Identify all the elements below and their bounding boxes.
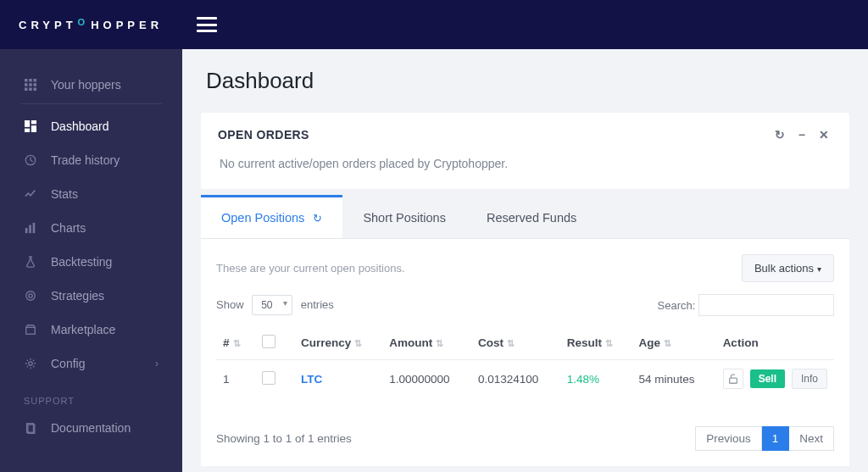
bulk-actions-button[interactable]: Bulk actions▾ xyxy=(742,254,834,282)
row-num: 1 xyxy=(216,360,255,398)
tab-short-positions[interactable]: Short Positions xyxy=(342,197,466,238)
sidebar-item-strategies[interactable]: Strategies xyxy=(0,279,182,313)
tab-open-positions[interactable]: Open Positions ↻ xyxy=(201,195,342,238)
col-age[interactable]: Age xyxy=(638,336,660,349)
bars-icon xyxy=(24,221,37,235)
gear-icon xyxy=(24,357,37,370)
sidebar-section-support: SUPPORT xyxy=(0,380,182,411)
hamburger-icon[interactable] xyxy=(197,17,217,32)
svg-point-18 xyxy=(29,294,32,297)
search-control: Search: xyxy=(658,294,834,316)
entries-select[interactable]: 50 xyxy=(252,295,292,315)
logo[interactable]: CRYPTOHOPPER xyxy=(19,19,163,31)
flask-icon xyxy=(24,255,37,269)
info-button[interactable]: Info xyxy=(792,369,827,389)
chevron-right-icon: › xyxy=(155,358,159,369)
sort-icon: ⇅ xyxy=(354,338,359,348)
sell-button[interactable]: Sell xyxy=(750,369,785,388)
sort-icon: ⇅ xyxy=(436,338,441,348)
sidebar-item-documentation[interactable]: Documentation xyxy=(0,411,182,445)
dashboard-icon xyxy=(24,119,37,133)
show-label-post: entries xyxy=(301,298,334,311)
main: Dashboard OPEN ORDERS ↻ − ✕ No current a… xyxy=(182,49,868,472)
row-result: 1.48% xyxy=(567,373,599,386)
topbar: CRYPTOHOPPER xyxy=(0,0,868,49)
tab-label: Open Positions xyxy=(221,211,304,225)
svg-rect-23 xyxy=(729,378,737,383)
sidebar-item-label: Charts xyxy=(51,221,86,235)
svg-rect-3 xyxy=(25,83,28,86)
open-orders-empty: No current active/open orders placed by … xyxy=(220,157,508,170)
table-summary: Showing 1 to 1 of 1 entries xyxy=(216,432,352,445)
open-orders-panel: OPEN ORDERS ↻ − ✕ No current active/open… xyxy=(201,113,849,189)
refresh-icon[interactable]: ↻ xyxy=(771,128,788,142)
svg-rect-16 xyxy=(33,223,36,233)
tab-reserved-funds[interactable]: Reserved Funds xyxy=(466,197,597,238)
close-icon[interactable]: ✕ xyxy=(815,128,832,142)
svg-rect-15 xyxy=(29,225,31,234)
open-orders-title: OPEN ORDERS xyxy=(218,128,309,142)
svg-rect-14 xyxy=(25,228,28,233)
sidebar-item-trade-history[interactable]: Trade history xyxy=(0,143,182,177)
col-action: Action xyxy=(723,336,759,349)
page-number-button[interactable]: 1 xyxy=(762,426,790,451)
svg-rect-11 xyxy=(25,129,30,132)
unlock-button[interactable] xyxy=(723,369,743,389)
col-result[interactable]: Result xyxy=(567,336,602,349)
sidebar: Your hoppers Dashboard Trade history Sta… xyxy=(0,49,182,472)
row-currency[interactable]: LTC xyxy=(301,373,322,386)
positions-subtitle: These are your current open positions. xyxy=(216,262,405,275)
sidebar-item-label: Marketplace xyxy=(51,323,115,336)
sidebar-item-label: Config xyxy=(51,357,85,370)
sidebar-item-charts[interactable]: Charts xyxy=(0,211,182,245)
entries-control: Show 50 entries xyxy=(216,295,334,315)
col-cost[interactable]: Cost xyxy=(478,336,504,349)
row-checkbox[interactable] xyxy=(262,371,275,385)
logo-pre: CRYPT xyxy=(19,19,77,31)
sidebar-item-label: Your hoppers xyxy=(51,78,121,92)
svg-rect-4 xyxy=(29,83,32,86)
svg-point-20 xyxy=(29,362,32,365)
col-amount[interactable]: Amount xyxy=(389,336,432,349)
store-icon xyxy=(24,323,37,336)
minimize-icon[interactable]: − xyxy=(793,128,810,142)
search-input[interactable] xyxy=(698,294,834,316)
svg-point-17 xyxy=(26,292,36,301)
svg-rect-0 xyxy=(25,79,28,82)
sidebar-item-your-hoppers[interactable]: Your hoppers xyxy=(0,68,182,102)
svg-rect-1 xyxy=(29,79,32,82)
positions-table: #⇅ Currency⇅ Amount⇅ Cost⇅ Result⇅ Age⇅ … xyxy=(216,326,834,397)
pagination: Previous 1 Next xyxy=(695,426,834,451)
row-age: 54 minutes xyxy=(632,360,715,398)
tab-label: Reserved Funds xyxy=(487,211,576,225)
bulk-label: Bulk actions xyxy=(754,262,814,275)
sidebar-item-label: Documentation xyxy=(51,421,131,435)
refresh-icon[interactable]: ↻ xyxy=(313,212,322,225)
svg-rect-9 xyxy=(25,120,30,127)
sidebar-item-stats[interactable]: Stats xyxy=(0,177,182,211)
page-prev-button[interactable]: Previous xyxy=(695,426,762,451)
sidebar-item-config[interactable]: Config › xyxy=(0,347,182,380)
sidebar-item-label: Strategies xyxy=(51,289,104,303)
page-next-button[interactable]: Next xyxy=(789,426,834,451)
col-currency[interactable]: Currency xyxy=(301,336,351,349)
docs-icon xyxy=(24,421,37,435)
sidebar-item-backtesting[interactable]: Backtesting xyxy=(0,245,182,279)
search-label: Search: xyxy=(658,299,696,312)
svg-rect-19 xyxy=(26,327,36,334)
open-positions-panel: These are your current open positions. B… xyxy=(201,239,849,466)
caret-down-icon: ▾ xyxy=(817,264,821,274)
logo-mid: O xyxy=(78,17,90,27)
unlock-icon xyxy=(727,373,739,385)
sidebar-item-marketplace[interactable]: Marketplace xyxy=(0,313,182,347)
sidebar-item-label: Dashboard xyxy=(51,119,109,133)
sidebar-item-dashboard[interactable]: Dashboard xyxy=(0,109,182,143)
svg-rect-5 xyxy=(34,83,37,86)
sort-icon: ⇅ xyxy=(233,338,238,348)
logo-post: HOPPER xyxy=(91,19,163,31)
tab-label: Short Positions xyxy=(363,211,446,225)
col-num[interactable]: # xyxy=(223,336,230,349)
sidebar-item-label: Backtesting xyxy=(51,255,112,269)
select-all-checkbox[interactable] xyxy=(262,335,275,348)
sort-icon: ⇅ xyxy=(664,338,669,348)
